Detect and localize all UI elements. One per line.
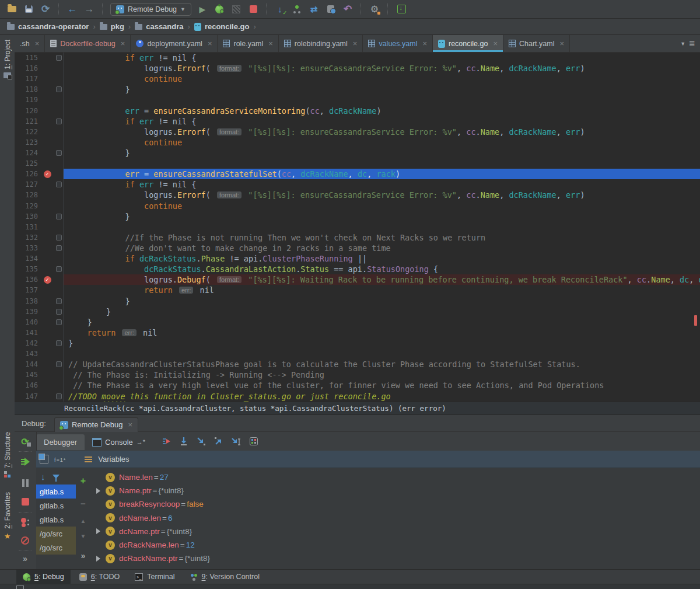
- code-line[interactable]: 123 continue: [15, 137, 700, 148]
- code-line[interactable]: 131: [15, 222, 700, 232]
- stripe-button-1-project[interactable]: 1: Project: [0, 40, 15, 78]
- more-actions-icon[interactable]: [19, 553, 31, 564]
- gutter-fold-zone[interactable]: [54, 63, 64, 74]
- error-stripe-mark[interactable]: [694, 315, 697, 326]
- gutter-fold-zone[interactable]: [54, 116, 64, 127]
- view-breakpoints-icon[interactable]: [19, 517, 31, 528]
- show-execution-point-icon[interactable]: [161, 436, 172, 447]
- tab-console[interactable]: Console →*: [85, 434, 153, 450]
- gutter-fold-zone[interactable]: [54, 95, 64, 105]
- step-into-icon[interactable]: [196, 436, 206, 447]
- tab-debugger[interactable]: Debugger: [36, 434, 85, 450]
- gutter-fold-zone[interactable]: [54, 84, 64, 95]
- code-line[interactable]: 135 dcRackStatus.CassandraLastAction.Sta…: [15, 264, 700, 274]
- resume-icon[interactable]: [19, 456, 31, 468]
- tool-window-button-6-todo[interactable]: 6: TODO: [73, 570, 127, 584]
- variable-row[interactable]: dcRackName.len=12: [90, 538, 700, 552]
- close-icon[interactable]: ×: [493, 39, 498, 48]
- close-icon[interactable]: ×: [268, 39, 273, 48]
- stop-icon[interactable]: [19, 496, 31, 507]
- fold-marker-icon[interactable]: [56, 393, 62, 399]
- rerun-icon[interactable]: [19, 435, 31, 447]
- gutter-fold-zone[interactable]: [54, 211, 64, 222]
- move-up-icon[interactable]: [76, 515, 90, 527]
- gutter-fold-zone[interactable]: [54, 53, 64, 63]
- gutter-fold-zone[interactable]: [54, 232, 64, 243]
- chevron-down-icon[interactable]: ▼: [680, 41, 685, 47]
- editor-tab-deployment-yaml[interactable]: deployment.yaml×: [131, 35, 218, 52]
- compare-icon[interactable]: [308, 4, 320, 15]
- back-icon[interactable]: [66, 4, 78, 15]
- update-project-icon[interactable]: [274, 4, 286, 15]
- expand-zone[interactable]: [90, 556, 106, 562]
- close-icon[interactable]: ×: [559, 39, 564, 48]
- code-line[interactable]: 140 }: [15, 317, 700, 327]
- gutter-fold-zone[interactable]: [54, 348, 64, 359]
- expand-zone[interactable]: [90, 488, 106, 494]
- gutter-fold-zone[interactable]: [54, 158, 64, 169]
- gutter-fold-zone[interactable]: [54, 201, 64, 211]
- gutter-fold-zone[interactable]: [54, 179, 64, 190]
- fold-marker-icon[interactable]: [56, 182, 62, 187]
- fold-marker-icon[interactable]: [56, 245, 62, 251]
- stack-frame[interactable]: gitlab.s: [36, 513, 76, 527]
- gutter-fold-zone[interactable]: [54, 222, 64, 232]
- tab-list-icon[interactable]: ≣: [689, 39, 695, 48]
- stack-frame[interactable]: /go/src: [36, 527, 76, 541]
- gutter-breakpoint-zone[interactable]: [40, 276, 54, 284]
- gutter-fold-zone[interactable]: [54, 137, 64, 148]
- rollback-icon[interactable]: [342, 4, 354, 15]
- fold-marker-icon[interactable]: [56, 309, 62, 315]
- save-all-icon[interactable]: [23, 4, 34, 15]
- close-icon[interactable]: ×: [35, 39, 40, 48]
- editor-tab-rolebinding-yaml[interactable]: rolebinding.yaml×: [279, 35, 363, 52]
- code-line[interactable]: 127 if err != nil {: [15, 179, 700, 190]
- editor-tab-dockerfile-debug[interactable]: Dockerfile-debug×: [45, 35, 131, 52]
- forward-icon[interactable]: [83, 4, 95, 15]
- history-icon[interactable]: [325, 4, 337, 15]
- more-actions-icon[interactable]: [76, 550, 90, 562]
- editor-tab-reconcile-go[interactable]: reconcile.go×: [433, 35, 503, 52]
- evaluate-expression-icon[interactable]: [249, 436, 259, 447]
- code-line[interactable]: 136 logrus.Debugf( format: "[%s][%s]: Wa…: [15, 274, 700, 285]
- stack-frame[interactable]: gitlab.s: [36, 485, 76, 499]
- fold-marker-icon[interactable]: [56, 150, 62, 156]
- code-line[interactable]: 122 logrus.Errorf( format: "[%s][%s]: en…: [15, 127, 700, 137]
- editor-tab-chart-yaml[interactable]: Chart.yaml×: [503, 35, 570, 52]
- code-line[interactable]: 146 // The Phase is a very high level vu…: [15, 380, 700, 391]
- breadcrumb-item[interactable]: cassandra: [135, 22, 183, 31]
- gutter-fold-zone[interactable]: [54, 74, 64, 84]
- gutter-fold-zone[interactable]: [54, 327, 64, 338]
- code-line[interactable]: 138 }: [15, 296, 700, 306]
- debug-icon[interactable]: [214, 4, 225, 15]
- code-line[interactable]: 133 //We don't want to make change in 2 …: [15, 243, 700, 253]
- code-line[interactable]: 141 return err: nil: [15, 327, 700, 338]
- fold-marker-icon[interactable]: [56, 235, 62, 241]
- gutter-fold-zone[interactable]: [54, 285, 64, 295]
- code-line[interactable]: 116 logrus.Errorf( format: "[%s][%s]: en…: [15, 63, 700, 74]
- close-icon[interactable]: ×: [121, 39, 125, 48]
- fold-marker-icon[interactable]: [56, 361, 62, 367]
- remove-watch-icon[interactable]: [76, 497, 90, 509]
- pause-icon[interactable]: [19, 477, 31, 489]
- gutter-fold-zone[interactable]: [54, 148, 64, 158]
- breadcrumb-item[interactable]: cassandra-operator: [7, 22, 89, 31]
- run-icon[interactable]: [197, 4, 208, 15]
- code-line[interactable]: 132 //If the Phase is not running Then w…: [15, 232, 700, 243]
- variable-row[interactable]: breakResyncloop=false: [90, 497, 700, 511]
- open-project-icon[interactable]: [6, 4, 18, 15]
- code-line[interactable]: 117 continue: [15, 74, 700, 84]
- debug-session-tab[interactable]: Remote Debug ×: [54, 417, 138, 432]
- breakpoint-icon[interactable]: [44, 276, 51, 284]
- menu-icon[interactable]: [85, 456, 92, 462]
- commit-icon[interactable]: [291, 4, 303, 15]
- gutter-fold-zone[interactable]: [54, 306, 64, 317]
- variable-row[interactable]: dcRackName.ptr={*uint8}: [90, 552, 700, 565]
- stack-frame[interactable]: gitlab.s: [36, 499, 76, 513]
- code-line[interactable]: 130 }: [15, 211, 700, 222]
- code-line[interactable]: 121 if err != nil {: [15, 116, 700, 127]
- code-line[interactable]: 137 return err: nil: [15, 285, 700, 295]
- export-icon[interactable]: [396, 4, 407, 15]
- gutter-fold-zone[interactable]: [54, 243, 64, 253]
- gutter-fold-zone[interactable]: [54, 127, 64, 137]
